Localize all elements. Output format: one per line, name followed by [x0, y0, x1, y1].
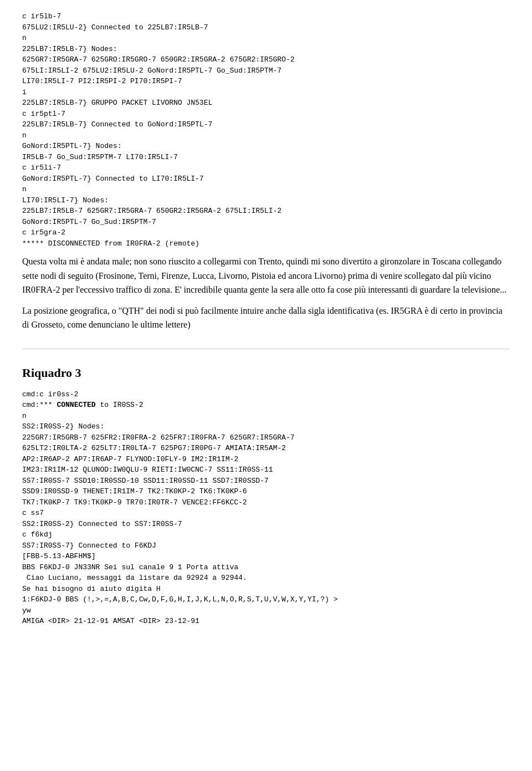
code-block-section1: c ir5lb-7 675LU2:IR5LU-2} Connected to 2…	[22, 11, 510, 249]
page-container: c ir5lb-7 675LU2:IR5LU-2} Connected to 2…	[0, 0, 532, 644]
section2-heading: Riquadro 3	[22, 366, 510, 380]
prose-paragraph-2: La posizione geografica, o "QTH" dei nod…	[22, 304, 510, 332]
code-block-section2: cmd:c ir0ss-2 cmd:*** CONNECTED to IR0SS…	[22, 389, 510, 627]
code-line-section2: cmd:c ir0ss-2 cmd:*** CONNECTED to IR0SS…	[22, 390, 338, 626]
prose-paragraph-1: Questa volta mi è andata male; non sono …	[22, 254, 510, 297]
code-line: c ir5lb-7 675LU2:IR5LU-2} Connected to 2…	[22, 12, 294, 248]
connected-label: CONNECTED	[57, 401, 95, 409]
section-divider	[22, 349, 510, 349]
